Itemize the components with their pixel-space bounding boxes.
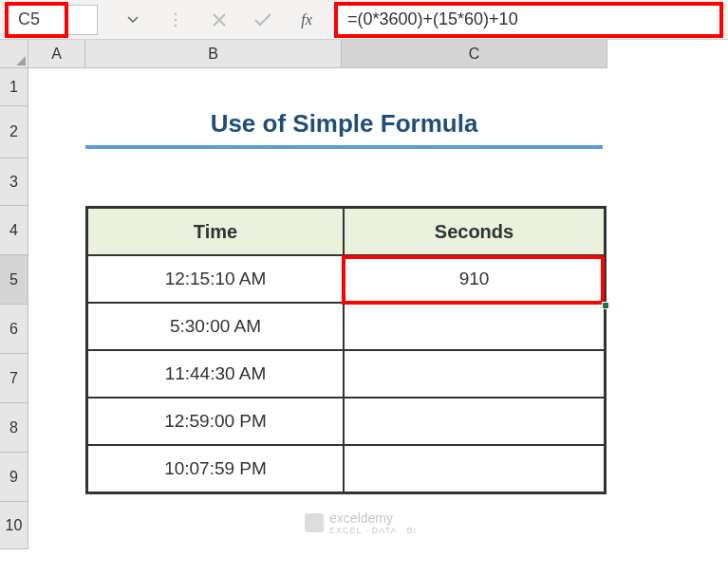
confirm-icon[interactable]: [246, 5, 280, 35]
cell-seconds[interactable]: [344, 445, 605, 492]
sheet-area: A B C 1 2 3 4 5 6 7 8 9 10 Use of Simple…: [0, 40, 728, 575]
row-header-9[interactable]: 9: [0, 453, 28, 502]
fx-icon[interactable]: fx: [289, 5, 324, 35]
header-seconds: Seconds: [344, 208, 605, 255]
watermark-sub: EXCEL · DATA · BI: [329, 526, 417, 535]
row-header-8[interactable]: 8: [0, 403, 28, 453]
formula-bar: C5 fx =(0*3600)+(15*60)+10: [0, 0, 728, 40]
row-header-5[interactable]: 5: [0, 255, 28, 305]
cell-time[interactable]: 12:59:00 PM: [87, 398, 344, 445]
fill-handle[interactable]: [602, 302, 609, 309]
row-header-3[interactable]: 3: [0, 158, 28, 206]
watermark-logo-icon: [305, 513, 324, 532]
grid-body: 1 2 3 4 5 6 7 8 9 10 Use of Simple Formu…: [0, 68, 728, 575]
table-row: 11:44:30 AM: [87, 350, 605, 398]
sheet-title: Use of Simple Formula: [85, 106, 603, 149]
cell-seconds[interactable]: 910: [344, 255, 605, 303]
table-header-row: Time Seconds: [87, 208, 605, 255]
cell-seconds[interactable]: [344, 350, 605, 398]
col-header-b[interactable]: B: [85, 40, 342, 68]
col-header-c[interactable]: C: [342, 40, 607, 68]
name-box[interactable]: C5: [8, 5, 98, 35]
cell-time[interactable]: 12:15:10 AM: [87, 255, 344, 303]
cell-seconds[interactable]: [344, 398, 605, 445]
header-time: Time: [87, 208, 344, 255]
row-header-10[interactable]: 10: [0, 502, 28, 549]
table-row: 10:07:59 PM: [87, 445, 605, 492]
cell-seconds[interactable]: [344, 303, 605, 350]
formula-text: =(0*3600)+(15*60)+10: [347, 9, 518, 29]
cells-area[interactable]: Use of Simple Formula Time Seconds 12:15…: [28, 68, 693, 575]
corner-triangle-icon: [16, 56, 26, 65]
cell-time[interactable]: 11:44:30 AM: [87, 350, 344, 398]
row-header-7[interactable]: 7: [0, 354, 28, 403]
row-header-4[interactable]: 4: [0, 206, 28, 255]
cell-time[interactable]: 5:30:00 AM: [87, 303, 344, 350]
table-row: 5:30:00 AM: [87, 303, 605, 350]
name-box-dropdown-icon[interactable]: [121, 5, 145, 35]
row-header-2[interactable]: 2: [0, 106, 28, 158]
column-headers-row: A B C: [0, 40, 728, 68]
table-row: 12:15:10 AM 910: [87, 255, 605, 303]
watermark-name: exceldemy: [329, 510, 393, 526]
svg-point-2: [175, 24, 177, 26]
formula-input[interactable]: =(0*3600)+(15*60)+10: [337, 5, 720, 35]
svg-point-1: [175, 18, 177, 20]
select-all-corner[interactable]: [0, 40, 28, 68]
divider-icon: [159, 5, 193, 35]
col-header-a[interactable]: A: [28, 40, 85, 68]
watermark: exceldemy EXCEL · DATA · BI: [305, 510, 417, 535]
row-header-1[interactable]: 1: [0, 68, 28, 106]
cell-time[interactable]: 10:07:59 PM: [87, 445, 344, 492]
name-box-value: C5: [18, 9, 40, 29]
cancel-icon[interactable]: [202, 5, 236, 35]
formula-bar-controls: fx: [149, 5, 333, 35]
row-header-6[interactable]: 6: [0, 305, 28, 354]
table-row: 12:59:00 PM: [87, 398, 605, 445]
row-headers: 1 2 3 4 5 6 7 8 9 10: [0, 68, 28, 575]
grid: A B C 1 2 3 4 5 6 7 8 9 10 Use of Simple…: [0, 40, 728, 575]
svg-point-0: [175, 12, 177, 14]
data-table: Time Seconds 12:15:10 AM 910 5:30:00 AM …: [85, 206, 607, 494]
